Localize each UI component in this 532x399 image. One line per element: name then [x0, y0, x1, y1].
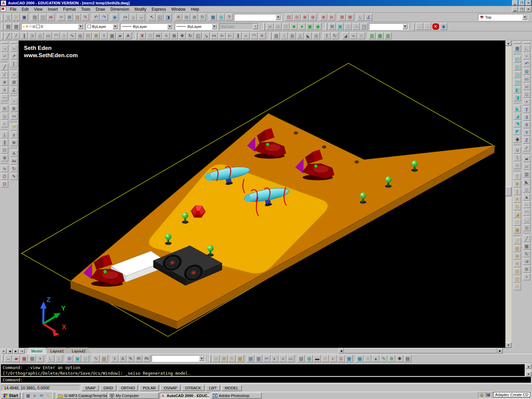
erase-button[interactable]: ✘: [139, 32, 146, 39]
angular-dimension-button[interactable]: ∠: [10, 86, 18, 93]
copy-edges-button[interactable]: ╱: [514, 237, 521, 244]
go-forward-button[interactable]: →: [424, 23, 431, 30]
toolbar-drag-handle[interactable]: [10, 42, 18, 44]
scroll-down-button[interactable]: ▼: [526, 372, 531, 376]
zoom-dynamic-button[interactable]: ⊙: [293, 14, 301, 21]
toolbar-drag-handle[interactable]: [1, 42, 8, 44]
ucs-button[interactable]: ∟: [357, 14, 364, 21]
interfere-button[interactable]: ∩: [358, 32, 365, 39]
snap-from-button[interactable]: ⌂: [130, 14, 137, 21]
trim-button[interactable]: ✁: [218, 32, 226, 39]
drawing-canvas[interactable]: Z Y X Seth Eden www.SethEden.com: [19, 41, 505, 348]
baseline-dimension-button[interactable]: ≣: [10, 105, 18, 112]
view-control-combo[interactable]: Top ▼: [478, 14, 528, 21]
properties-window-button[interactable]: ◨: [164, 14, 172, 21]
dome-button[interactable]: ◠: [523, 209, 530, 216]
edit-text-button[interactable]: ✎: [127, 355, 134, 362]
save-file-button[interactable]: ▣: [21, 14, 28, 21]
doc-close-button[interactable]: ✕: [525, 7, 531, 12]
setup-drawing-button[interactable]: ▥: [368, 32, 376, 39]
lightning-app-icon[interactable]: ϟ: [45, 393, 51, 399]
scroll-up-button[interactable]: ▲: [526, 364, 531, 369]
camera-button[interactable]: ◉: [514, 136, 521, 143]
copy-faces-button[interactable]: ∷: [514, 219, 521, 226]
dimension-style-button[interactable]: ✎: [10, 173, 18, 180]
wedge-surface-button[interactable]: ◣: [523, 178, 530, 185]
find-and-replace-button[interactable]: ab: [135, 355, 142, 362]
toolbar-drag-handle[interactable]: [270, 32, 271, 40]
convert-object-to-viewport-button[interactable]: ▱: [352, 23, 360, 30]
scroll-right-button[interactable]: ▶: [497, 348, 503, 353]
layers-dialog-button[interactable]: ▥: [13, 23, 20, 30]
snap-from-point-button[interactable]: ⌐: [1, 53, 8, 60]
solid-sphere-button[interactable]: ○: [281, 32, 288, 39]
hide-button[interactable]: ▧: [298, 355, 305, 362]
toolbar-drag-handle[interactable]: [514, 42, 521, 44]
chevron-down-icon[interactable]: ▼: [78, 24, 83, 29]
apply-ucs-button[interactable]: ✓: [523, 144, 530, 151]
attach-xref-button[interactable]: ⊞: [220, 355, 228, 362]
aligned-dimension-button[interactable]: ⇗: [10, 53, 18, 60]
make-object-layer-current-button[interactable]: ▤: [5, 23, 12, 30]
menu-draw[interactable]: Draw: [93, 6, 108, 12]
snap-to-none-button[interactable]: ∅: [1, 173, 8, 180]
menu-view[interactable]: View: [31, 6, 45, 12]
snap-to-extension-button[interactable]: ⋯: [1, 94, 8, 101]
status-toggle-grid[interactable]: GRID: [100, 385, 116, 391]
z-axis-rotate-ucs-button[interactable]: Z: [523, 137, 530, 144]
task-button-autocad[interactable]: AAutoCAD 2000 - EDUC...: [160, 393, 210, 399]
menu-format[interactable]: Format: [61, 6, 78, 12]
ellipse-button[interactable]: ◎: [76, 32, 84, 39]
status-toggle-osnap[interactable]: OSNAP: [160, 385, 180, 391]
network-status-icon[interactable]: [486, 393, 491, 398]
toolbar-drag-handle[interactable]: [2, 14, 3, 21]
external-reference-button[interactable]: ▱: [212, 355, 220, 362]
polygonal-viewport-2-button[interactable]: ◇: [82, 355, 89, 362]
temporary-tracking-point-button[interactable]: →: [1, 45, 8, 52]
face-ucs-button[interactable]: ▱: [523, 83, 530, 90]
lights-button[interactable]: ✳: [322, 355, 329, 362]
single-viewport-2-button[interactable]: ▣: [74, 355, 81, 362]
zoom-extents-button[interactable]: ⊠: [346, 14, 354, 21]
redo-button[interactable]: ↷: [100, 14, 108, 21]
named-view-combo[interactable]: ▼: [234, 14, 281, 21]
calculator-button[interactable]: ▦: [209, 14, 217, 21]
flat-shaded-edges-on-button[interactable]: ▣: [306, 23, 314, 30]
copy-button[interactable]: ⊞: [66, 14, 73, 21]
locate-point-button[interactable]: +: [37, 355, 44, 362]
object-ucs-button[interactable]: ▭: [523, 75, 530, 82]
clip-image-button[interactable]: ✂: [263, 355, 270, 362]
close-button[interactable]: ✕: [525, 0, 531, 6]
sphere-surface-button[interactable]: ○: [523, 201, 530, 208]
viewports-dialog-2-button[interactable]: ⊞: [66, 355, 73, 362]
nw-isometric-view-button[interactable]: ◤: [514, 128, 521, 135]
quick-leader-button[interactable]: ↗: [10, 124, 18, 131]
print-button[interactable]: ▤: [31, 14, 39, 21]
chevron-down-icon[interactable]: ▼: [199, 356, 204, 361]
landscape-edit-button[interactable]: ✎: [380, 355, 387, 362]
scrollbar-thumb[interactable]: [344, 348, 497, 353]
show-desktop-icon[interactable]: ▦: [25, 393, 31, 399]
circle-button[interactable]: ○: [61, 32, 68, 39]
zoom-out-button[interactable]: ⊖: [328, 14, 335, 21]
diameter-dimension-button[interactable]: Ø: [10, 79, 18, 86]
status-toggle-ortho[interactable]: ORTHO: [118, 385, 138, 391]
distance-button[interactable]: ↔: [138, 14, 145, 21]
delete-faces-button[interactable]: ✕: [514, 196, 521, 203]
toolbar-drag-handle[interactable]: [2, 355, 3, 362]
chevron-down-icon[interactable]: ▼: [212, 24, 217, 29]
intersect-button[interactable]: ∩: [514, 162, 521, 169]
insert-block-button[interactable]: ⊡: [84, 32, 92, 39]
image-adjust-button[interactable]: ◐: [271, 355, 278, 362]
coordinate-readout[interactable]: 14.4948, 10.3891, 0.0000: [1, 385, 80, 391]
move-faces-button[interactable]: ✥: [514, 181, 521, 188]
background-button[interactable]: ▩: [356, 355, 363, 362]
ne-isometric-view-button[interactable]: ◥: [514, 120, 521, 127]
extend-button[interactable]: ⊢: [226, 32, 234, 39]
menu-edit[interactable]: Edit: [19, 6, 31, 12]
snap-to-endpoint-button[interactable]: ╱: [1, 64, 8, 70]
ordinate-dimension-button[interactable]: ⌊: [10, 60, 18, 67]
status-toggle-model[interactable]: MODEL: [221, 385, 242, 391]
previous-tab-button[interactable]: ◀: [7, 349, 13, 354]
origin-ucs-button[interactable]: •: [523, 98, 530, 105]
